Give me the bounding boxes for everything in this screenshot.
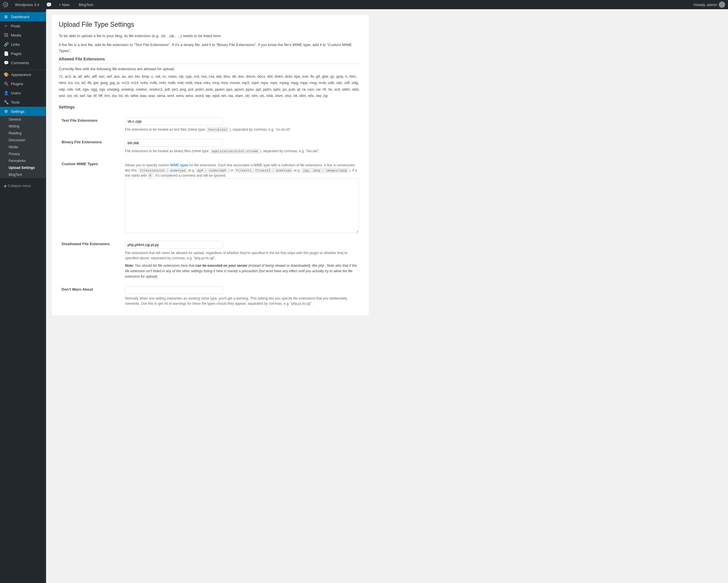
disallowed-description: File extensions that will never be allow… bbox=[125, 250, 359, 261]
wp-logo[interactable]: W bbox=[3, 2, 8, 7]
main-content: Upload File Type Settings To be able to … bbox=[46, 9, 728, 583]
disallowed-file-extensions-label: Disallowed File Extensions bbox=[62, 242, 110, 246]
dont-warn-about-label: Don't Warn About bbox=[62, 287, 93, 292]
mime-types-link[interactable]: MIME types bbox=[170, 163, 188, 167]
new-content-button[interactable]: + New bbox=[56, 3, 72, 7]
sidebar-item-label: Dashboard bbox=[11, 15, 29, 19]
settings-submenu: General Writing Reading Discussion Media… bbox=[0, 116, 46, 178]
settings-icon: ⚙ bbox=[3, 109, 9, 114]
avatar bbox=[719, 1, 725, 8]
howdy-text: Howdy, admin bbox=[694, 3, 717, 7]
sidebar-item-tools[interactable]: 🔧 Tools bbox=[0, 98, 46, 107]
sidebar: ⊞ Dashboard ✏ Posts 🖼 Media 🔗 Links 📄 Pa… bbox=[0, 9, 46, 583]
posts-icon: ✏ bbox=[3, 24, 9, 28]
binary-file-extensions-description: File extensions to be treated as binary … bbox=[125, 148, 359, 154]
sidebar-item-links[interactable]: 🔗 Links bbox=[0, 40, 46, 49]
collapse-menu-label: Collapse menu bbox=[8, 184, 31, 188]
custom-mime-types-row: Custom MIME Types Allows you to specify … bbox=[59, 158, 362, 238]
pages-icon: 📄 bbox=[3, 51, 9, 56]
sidebar-item-label: Media bbox=[11, 33, 21, 37]
custom-mime-types-label: Custom MIME Types bbox=[62, 162, 98, 166]
sidebar-item-pages[interactable]: 📄 Pages bbox=[0, 49, 46, 58]
comments-icon: 💬 bbox=[3, 60, 9, 65]
extensions-list: 7z, ac3, ai, aif, aifc, aiff, asc, asf, … bbox=[59, 73, 362, 99]
sidebar-item-label: Users bbox=[11, 91, 21, 95]
sidebar-item-users[interactable]: 👤 Users bbox=[0, 88, 46, 98]
submenu-discussion[interactable]: Discussion bbox=[0, 137, 46, 144]
submenu-general[interactable]: General bbox=[0, 116, 46, 123]
collapse-menu-button[interactable]: ◀ Collapse menu bbox=[0, 181, 46, 191]
sidebar-item-label: Pages bbox=[11, 52, 22, 56]
sidebar-item-label: Plugins bbox=[11, 82, 23, 86]
settings-section: Settings Text File Extensions File exten… bbox=[59, 105, 362, 310]
page-title: Upload File Type Settings bbox=[59, 21, 362, 28]
submenu-media[interactable]: Media bbox=[0, 144, 46, 150]
text-file-extensions-description: File extensions to be treated as text fi… bbox=[125, 127, 359, 132]
site-name[interactable]: Wordpress 3.4 bbox=[13, 3, 42, 7]
sidebar-item-appearance[interactable]: 🎨 Appearance bbox=[0, 70, 46, 79]
disallowed-file-extensions-row: Disallowed File Extensions File extensio… bbox=[59, 238, 362, 283]
sidebar-item-label: Links bbox=[11, 42, 20, 47]
submenu-privacy[interactable]: Privacy bbox=[0, 150, 46, 158]
dont-warn-description: Normally when one setting overwrites an … bbox=[125, 296, 359, 306]
svg-text:W: W bbox=[4, 3, 7, 6]
content-wrap: Upload File Type Settings To be able to … bbox=[52, 15, 369, 315]
binary-file-extensions-row: Binary File Extensions File extensions t… bbox=[59, 136, 362, 158]
allowed-section: Allowed File Extensions Currently files … bbox=[59, 57, 362, 99]
links-icon: 🔗 bbox=[3, 42, 9, 47]
binary-file-extensions-label: Binary File Extensions bbox=[62, 140, 102, 144]
text-file-extensions-input[interactable] bbox=[125, 117, 223, 125]
sidebar-item-label: Tools bbox=[11, 100, 20, 105]
sidebar-item-comments[interactable]: 💬 Comments bbox=[0, 58, 46, 67]
dont-warn-about-input[interactable] bbox=[125, 286, 223, 294]
binary-file-extensions-input[interactable] bbox=[125, 139, 223, 147]
custom-mime-types-description: Allows you to specify custom MIME types … bbox=[125, 163, 359, 178]
sidebar-item-plugins[interactable]: 🔌 Plugins bbox=[0, 79, 46, 88]
sidebar-item-label: Posts bbox=[11, 24, 21, 28]
comment-icon[interactable]: 💬 bbox=[46, 2, 52, 7]
text-file-extensions-label: Text File Extensions bbox=[62, 118, 98, 122]
collapse-arrow-icon: ◀ bbox=[3, 184, 6, 188]
blogtext-link[interactable]: BlogText bbox=[77, 3, 96, 7]
sidebar-item-label: Settings bbox=[11, 109, 24, 114]
custom-mime-types-textarea[interactable] bbox=[125, 178, 359, 233]
sidebar-item-posts[interactable]: ✏ Posts bbox=[0, 21, 46, 30]
main-wrapper: ⊞ Dashboard ✏ Posts 🖼 Media 🔗 Links 📄 Pa… bbox=[0, 9, 728, 583]
user-info: Howdy, admin bbox=[694, 1, 725, 8]
sidebar-item-media[interactable]: 🖼 Media bbox=[0, 30, 46, 40]
dashboard-icon: ⊞ bbox=[3, 15, 9, 19]
settings-title: Settings bbox=[59, 105, 362, 109]
users-icon: 👤 bbox=[3, 91, 9, 95]
settings-table: Text File Extensions File extensions to … bbox=[59, 114, 362, 310]
disallowed-note: Note: You should list file extensions he… bbox=[125, 263, 359, 280]
submenu-reading[interactable]: Reading bbox=[0, 130, 46, 137]
plugins-icon: 🔌 bbox=[3, 81, 9, 86]
allowed-label: Currently files with the following file … bbox=[59, 67, 362, 71]
sidebar-item-label: Comments bbox=[11, 61, 29, 65]
sidebar-item-settings[interactable]: ⚙ Settings bbox=[0, 107, 46, 116]
intro-text-1: To be able to upload a file to your blog… bbox=[59, 33, 362, 39]
sidebar-item-label: Appearance bbox=[11, 73, 31, 77]
tools-icon: 🔧 bbox=[3, 100, 9, 105]
appearance-icon: 🎨 bbox=[3, 72, 9, 77]
dont-warn-about-row: Don't Warn About Normally when one setti… bbox=[59, 283, 362, 310]
intro-text-2: If the file is a text file, add its file… bbox=[59, 42, 362, 54]
admin-bar: W Wordpress 3.4 💬 + New BlogText Howdy, … bbox=[0, 0, 728, 9]
submenu-permalinks[interactable]: Permalinks bbox=[0, 158, 46, 164]
allowed-section-title: Allowed File Extensions bbox=[59, 57, 362, 64]
submenu-blogtext[interactable]: BlogText bbox=[0, 171, 46, 178]
submenu-upload-settings[interactable]: Upload Settings bbox=[0, 164, 46, 171]
submenu-writing[interactable]: Writing bbox=[0, 123, 46, 130]
text-file-extensions-row: Text File Extensions File extensions to … bbox=[59, 114, 362, 136]
media-icon: 🖼 bbox=[3, 33, 9, 37]
disallowed-file-extensions-input[interactable] bbox=[125, 241, 223, 249]
sidebar-item-dashboard[interactable]: ⊞ Dashboard bbox=[0, 12, 46, 21]
